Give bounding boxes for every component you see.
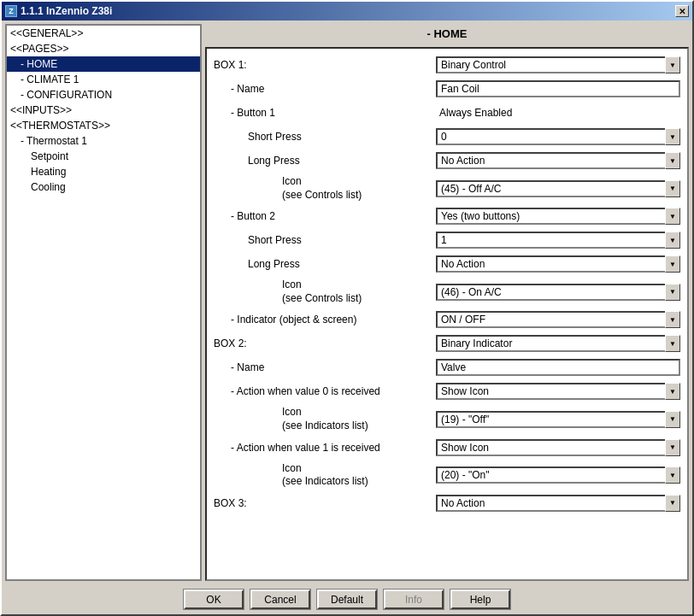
info-button[interactable]: Info [384,590,444,609]
box2-row: BOX 2: Binary Control Binary Indicator N… [214,334,680,353]
name2-input[interactable] [436,359,680,376]
button-bar: OK Cancel Default Info Help [2,584,692,614]
app-icon: Z [5,5,17,17]
icon4-wrapper: (19) - "Off" (20) - "On" ▼ [436,466,680,484]
long-press1-row: Long Press No Action Toggle ▼ [214,151,680,170]
icon3-row: Icon (see Indicators list) (19) - "Off" … [214,406,680,432]
action0-row: - Action when value 0 is received Show I… [214,382,680,401]
sidebar-item-pages[interactable]: <<PAGES>> [7,41,200,56]
box1-type-select[interactable]: Binary Control [436,56,680,73]
indicator-row: - Indicator (object & screen) ON / OFF N… [214,310,680,329]
sidebar-item-general[interactable]: <<GENERAL>> [7,26,200,41]
content-scroll[interactable]: BOX 1: Binary Control ▼ - Name [205,47,689,581]
button2-label: - Button 2 [231,210,436,222]
long-press1-label: Long Press [248,155,436,167]
action1-select[interactable]: Show Icon No Action [436,439,680,456]
long-press2-label: Long Press [248,258,436,270]
icon4-row: Icon (see Indicators list) (19) - "Off" … [214,462,680,489]
sidebar-item-climate1[interactable]: - CLIMATE 1 [7,72,200,87]
action1-row: - Action when value 1 is received Show I… [214,438,680,457]
short-press1-label: Short Press [248,131,436,143]
window-body: <<GENERAL>><<PAGES>>- HOME- CLIMATE 1- C… [2,21,692,614]
name1-row: - Name [214,79,680,98]
icon2-select[interactable]: (45) - Off A/C (46) - On A/C [436,284,680,301]
box3-type-wrapper: Binary Control Binary Indicator No Actio… [436,495,680,512]
box1-type-wrapper: Binary Control ▼ [436,56,680,73]
action0-label: - Action when value 0 is received [231,385,436,397]
box1-row: BOX 1: Binary Control ▼ [214,56,680,74]
box3-row: BOX 3: Binary Control Binary Indicator N… [214,494,680,513]
button1-label: - Button 1 [231,107,436,119]
icon4-select[interactable]: (19) - "Off" (20) - "On" [436,466,680,484]
sidebar-item-thermostat1[interactable]: - Thermostat 1 [7,133,200,149]
icon4-label: Icon (see Indicators list) [282,462,436,489]
short-press1-wrapper: 0 1 ▼ [436,128,680,145]
indicator-label: - Indicator (object & screen) [231,314,436,326]
action1-wrapper: Show Icon No Action ▼ [436,439,680,456]
icon2-wrapper: (45) - Off A/C (46) - On A/C ▼ [436,284,680,301]
default-button[interactable]: Default [317,590,377,609]
title-bar-left: Z 1.1.1 InZennio Z38i [5,5,112,17]
indicator-select[interactable]: ON / OFF None [436,311,680,328]
box3-label: BOX 3: [214,497,436,509]
ok-button[interactable]: OK [184,590,244,609]
box3-type-select[interactable]: Binary Control Binary Indicator No Actio… [436,495,680,512]
box2-label: BOX 2: [214,337,436,349]
page-title: - HOME [205,24,689,44]
icon1-row: Icon (see Controls list) (45) - Off A/C … [214,175,680,202]
sidebar-item-cooling[interactable]: Cooling [7,179,200,195]
help-button[interactable]: Help [450,590,510,609]
sidebar-item-home[interactable]: - HOME [7,56,200,72]
action1-label: - Action when value 1 is received [231,442,436,454]
short-press2-wrapper: 0 1 ▼ [436,232,680,249]
long-press1-wrapper: No Action Toggle ▼ [436,152,680,169]
short-press1-select[interactable]: 0 1 [436,128,680,145]
button1-header-row: - Button 1 Always Enabled [214,103,680,122]
short-press2-label: Short Press [248,234,436,246]
icon1-label: Icon (see Controls list) [282,175,436,202]
button2-wrapper: Yes (two buttons) No ▼ [436,208,680,225]
title-bar: Z 1.1.1 InZennio Z38i ✕ [2,2,692,21]
sidebar: <<GENERAL>><<PAGES>>- HOME- CLIMATE 1- C… [5,24,202,581]
long-press2-row: Long Press No Action Toggle ▼ [214,255,680,273]
cancel-button[interactable]: Cancel [250,590,310,609]
icon1-select[interactable]: (45) - Off A/C (46) - On A/C [436,180,680,197]
short-press1-row: Short Press 0 1 ▼ [214,127,680,146]
icon3-label: Icon (see Indicators list) [282,406,436,432]
box1-label: BOX 1: [214,59,436,71]
name1-input[interactable] [436,80,680,97]
sidebar-item-heating[interactable]: Heating [7,164,200,179]
icon1-wrapper: (45) - Off A/C (46) - On A/C ▼ [436,180,680,197]
button2-select[interactable]: Yes (two buttons) No [436,208,680,225]
short-press2-row: Short Press 0 1 ▼ [214,231,680,249]
icon2-row: Icon (see Controls list) (45) - Off A/C … [214,279,680,305]
short-press2-select[interactable]: 0 1 [436,232,680,249]
long-press1-select[interactable]: No Action Toggle [436,152,680,169]
icon2-label: Icon (see Controls list) [282,279,436,305]
button2-row: - Button 2 Yes (two buttons) No ▼ [214,207,680,226]
name2-row: - Name [214,358,680,377]
main-area: <<GENERAL>><<PAGES>>- HOME- CLIMATE 1- C… [2,21,692,584]
indicator-wrapper: ON / OFF None ▼ [436,311,680,328]
box2-type-wrapper: Binary Control Binary Indicator No Actio… [436,335,680,352]
name1-label: - Name [231,83,436,95]
action0-select[interactable]: Show Icon No Action [436,383,680,400]
icon3-select[interactable]: (19) - "Off" (20) - "On" [436,411,680,428]
sidebar-item-inputs[interactable]: <<INPUTS>> [7,103,200,118]
box2-type-select[interactable]: Binary Control Binary Indicator No Actio… [436,335,680,352]
long-press2-wrapper: No Action Toggle ▼ [436,255,680,273]
icon3-wrapper: (19) - "Off" (20) - "On" ▼ [436,411,680,428]
sidebar-item-setpoint[interactable]: Setpoint [7,149,200,164]
main-window: Z 1.1.1 InZennio Z38i ✕ <<GENERAL>><<PAG… [0,0,694,616]
button1-static: Always Enabled [439,107,512,119]
long-press2-select[interactable]: No Action Toggle [436,255,680,273]
content-area: - HOME BOX 1: Binary Control ▼ [205,24,689,581]
close-button[interactable]: ✕ [675,5,689,17]
name2-label: - Name [231,361,436,373]
window-title: 1.1.1 InZennio Z38i [21,5,112,17]
action0-wrapper: Show Icon No Action ▼ [436,383,680,400]
sidebar-item-configuration[interactable]: - CONFIGURATION [7,87,200,103]
sidebar-item-thermostats[interactable]: <<THERMOSTATS>> [7,118,200,133]
